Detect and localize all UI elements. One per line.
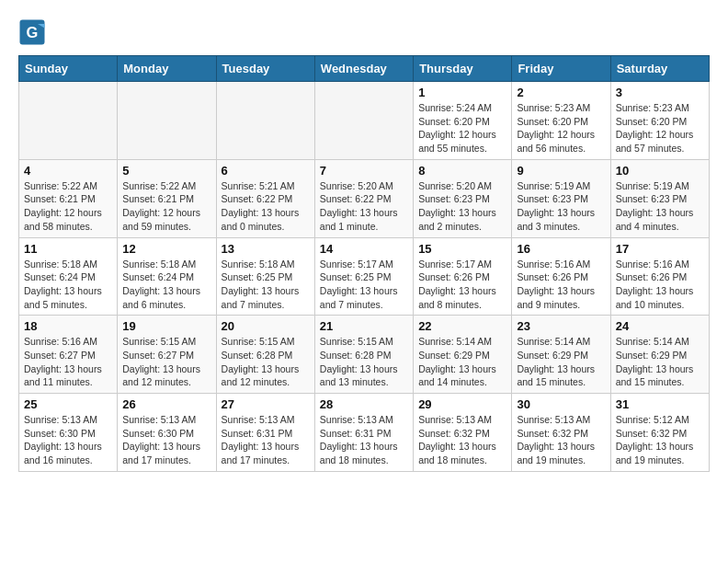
day-info: Sunrise: 5:18 AM Sunset: 6:24 PM Dayligh…	[24, 258, 112, 312]
day-number: 29	[418, 397, 506, 411]
day-number: 24	[616, 319, 704, 333]
day-info: Sunrise: 5:14 AM Sunset: 6:29 PM Dayligh…	[418, 335, 506, 389]
day-number: 27	[222, 397, 310, 411]
day-info: Sunrise: 5:23 AM Sunset: 6:20 PM Dayligh…	[616, 101, 704, 155]
day-info: Sunrise: 5:13 AM Sunset: 6:32 PM Dayligh…	[517, 413, 605, 467]
col-header-saturday: Saturday	[610, 56, 709, 82]
day-info: Sunrise: 5:13 AM Sunset: 6:31 PM Dayligh…	[320, 413, 408, 467]
day-number: 13	[222, 242, 310, 256]
page-header: G	[18, 18, 710, 46]
calendar-cell: 9Sunrise: 5:19 AM Sunset: 6:23 PM Daylig…	[512, 159, 610, 237]
calendar-cell: 17Sunrise: 5:16 AM Sunset: 6:26 PM Dayli…	[610, 237, 709, 316]
day-info: Sunrise: 5:16 AM Sunset: 6:26 PM Dayligh…	[517, 258, 605, 312]
calendar-cell: 30Sunrise: 5:13 AM Sunset: 6:32 PM Dayli…	[512, 394, 610, 472]
day-number: 20	[222, 319, 310, 333]
svg-text:G: G	[27, 24, 39, 40]
day-number: 23	[517, 319, 605, 333]
week-row-5: 25Sunrise: 5:13 AM Sunset: 6:30 PM Dayli…	[19, 394, 710, 472]
calendar-cell: 2Sunrise: 5:23 AM Sunset: 6:20 PM Daylig…	[512, 82, 610, 160]
calendar-cell: 5Sunrise: 5:22 AM Sunset: 6:21 PM Daylig…	[118, 159, 216, 237]
calendar-table: SundayMondayTuesdayWednesdayThursdayFrid…	[18, 55, 710, 472]
day-info: Sunrise: 5:17 AM Sunset: 6:26 PM Dayligh…	[418, 258, 506, 312]
day-number: 26	[122, 397, 210, 411]
day-info: Sunrise: 5:22 AM Sunset: 6:21 PM Dayligh…	[24, 179, 112, 234]
calendar-cell	[19, 82, 118, 160]
day-info: Sunrise: 5:13 AM Sunset: 6:32 PM Dayligh…	[418, 413, 506, 467]
day-info: Sunrise: 5:15 AM Sunset: 6:27 PM Dayligh…	[122, 335, 210, 389]
calendar-cell: 8Sunrise: 5:20 AM Sunset: 6:23 PM Daylig…	[414, 159, 512, 237]
week-row-2: 4Sunrise: 5:22 AM Sunset: 6:21 PM Daylig…	[19, 159, 710, 237]
calendar-cell	[314, 82, 413, 160]
day-info: Sunrise: 5:18 AM Sunset: 6:24 PM Dayligh…	[122, 258, 210, 312]
day-info: Sunrise: 5:21 AM Sunset: 6:22 PM Dayligh…	[222, 179, 310, 234]
week-row-3: 11Sunrise: 5:18 AM Sunset: 6:24 PM Dayli…	[19, 237, 710, 316]
day-number: 2	[517, 86, 605, 99]
day-info: Sunrise: 5:19 AM Sunset: 6:23 PM Dayligh…	[517, 179, 605, 234]
day-number: 18	[24, 319, 112, 333]
calendar-cell: 22Sunrise: 5:14 AM Sunset: 6:29 PM Dayli…	[414, 316, 512, 394]
day-number: 4	[24, 164, 112, 178]
day-info: Sunrise: 5:18 AM Sunset: 6:25 PM Dayligh…	[222, 258, 310, 312]
day-info: Sunrise: 5:14 AM Sunset: 6:29 PM Dayligh…	[517, 335, 605, 389]
day-number: 3	[616, 86, 704, 99]
col-header-sunday: Sunday	[19, 56, 118, 82]
calendar-cell: 23Sunrise: 5:14 AM Sunset: 6:29 PM Dayli…	[512, 316, 610, 394]
calendar-cell: 4Sunrise: 5:22 AM Sunset: 6:21 PM Daylig…	[19, 159, 118, 237]
day-info: Sunrise: 5:24 AM Sunset: 6:20 PM Dayligh…	[418, 101, 506, 155]
calendar-cell: 1Sunrise: 5:24 AM Sunset: 6:20 PM Daylig…	[414, 82, 512, 160]
calendar-cell: 10Sunrise: 5:19 AM Sunset: 6:23 PM Dayli…	[610, 159, 709, 237]
day-number: 9	[517, 164, 605, 178]
logo: G	[18, 18, 50, 46]
calendar-cell: 24Sunrise: 5:14 AM Sunset: 6:29 PM Dayli…	[610, 316, 709, 394]
day-number: 17	[616, 242, 704, 256]
day-info: Sunrise: 5:20 AM Sunset: 6:22 PM Dayligh…	[320, 179, 408, 234]
calendar-cell: 12Sunrise: 5:18 AM Sunset: 6:24 PM Dayli…	[118, 237, 216, 316]
day-number: 14	[320, 242, 408, 256]
day-info: Sunrise: 5:17 AM Sunset: 6:25 PM Dayligh…	[320, 258, 408, 312]
calendar-cell: 28Sunrise: 5:13 AM Sunset: 6:31 PM Dayli…	[314, 394, 413, 472]
day-number: 10	[616, 164, 704, 178]
week-row-1: 1Sunrise: 5:24 AM Sunset: 6:20 PM Daylig…	[19, 82, 710, 160]
day-info: Sunrise: 5:13 AM Sunset: 6:31 PM Dayligh…	[222, 413, 310, 467]
day-number: 1	[418, 86, 506, 99]
calendar-cell: 25Sunrise: 5:13 AM Sunset: 6:30 PM Dayli…	[19, 394, 118, 472]
day-number: 7	[320, 164, 408, 178]
day-info: Sunrise: 5:19 AM Sunset: 6:23 PM Dayligh…	[616, 179, 704, 234]
day-number: 28	[320, 397, 408, 411]
day-number: 11	[24, 242, 112, 256]
day-info: Sunrise: 5:15 AM Sunset: 6:28 PM Dayligh…	[320, 335, 408, 389]
day-info: Sunrise: 5:23 AM Sunset: 6:20 PM Dayligh…	[517, 101, 605, 155]
col-header-tuesday: Tuesday	[216, 56, 314, 82]
calendar-cell: 13Sunrise: 5:18 AM Sunset: 6:25 PM Dayli…	[216, 237, 314, 316]
calendar-cell: 3Sunrise: 5:23 AM Sunset: 6:20 PM Daylig…	[610, 82, 709, 160]
calendar-cell: 27Sunrise: 5:13 AM Sunset: 6:31 PM Dayli…	[216, 394, 314, 472]
calendar-cell: 26Sunrise: 5:13 AM Sunset: 6:30 PM Dayli…	[118, 394, 216, 472]
day-number: 22	[418, 319, 506, 333]
day-number: 5	[122, 164, 210, 178]
day-number: 31	[616, 397, 704, 411]
col-header-thursday: Thursday	[414, 56, 512, 82]
calendar-cell	[118, 82, 216, 160]
col-header-friday: Friday	[512, 56, 610, 82]
calendar-header-row: SundayMondayTuesdayWednesdayThursdayFrid…	[19, 56, 710, 82]
day-info: Sunrise: 5:15 AM Sunset: 6:28 PM Dayligh…	[222, 335, 310, 389]
day-number: 21	[320, 319, 408, 333]
calendar-cell: 7Sunrise: 5:20 AM Sunset: 6:22 PM Daylig…	[314, 159, 413, 237]
day-info: Sunrise: 5:14 AM Sunset: 6:29 PM Dayligh…	[616, 335, 704, 389]
col-header-wednesday: Wednesday	[314, 56, 413, 82]
calendar-cell: 6Sunrise: 5:21 AM Sunset: 6:22 PM Daylig…	[216, 159, 314, 237]
day-number: 12	[122, 242, 210, 256]
calendar-cell: 18Sunrise: 5:16 AM Sunset: 6:27 PM Dayli…	[19, 316, 118, 394]
logo-icon: G	[18, 18, 46, 46]
day-info: Sunrise: 5:20 AM Sunset: 6:23 PM Dayligh…	[418, 179, 506, 234]
week-row-4: 18Sunrise: 5:16 AM Sunset: 6:27 PM Dayli…	[19, 316, 710, 394]
col-header-monday: Monday	[118, 56, 216, 82]
calendar-cell: 16Sunrise: 5:16 AM Sunset: 6:26 PM Dayli…	[512, 237, 610, 316]
day-info: Sunrise: 5:12 AM Sunset: 6:32 PM Dayligh…	[616, 413, 704, 467]
day-number: 16	[517, 242, 605, 256]
calendar-cell: 11Sunrise: 5:18 AM Sunset: 6:24 PM Dayli…	[19, 237, 118, 316]
day-info: Sunrise: 5:22 AM Sunset: 6:21 PM Dayligh…	[122, 179, 210, 234]
calendar-cell: 19Sunrise: 5:15 AM Sunset: 6:27 PM Dayli…	[118, 316, 216, 394]
day-number: 15	[418, 242, 506, 256]
day-number: 6	[222, 164, 310, 178]
